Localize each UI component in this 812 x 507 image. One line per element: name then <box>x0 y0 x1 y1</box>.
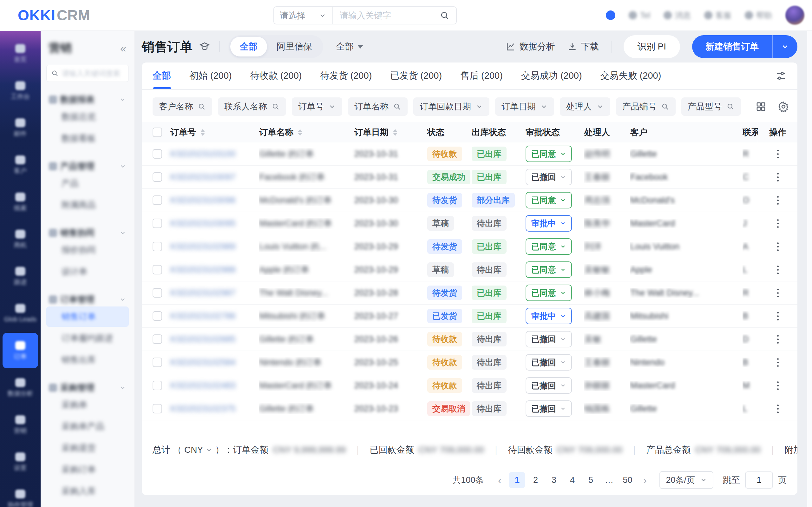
data-analysis-button[interactable]: 数据分析 <box>506 41 555 53</box>
order-number-link[interactable]: KSD2023102584 <box>170 357 236 368</box>
topbar-utility-item[interactable]: Tel <box>629 10 650 21</box>
sidebar-menu-section[interactable]: 数据报表 <box>46 94 129 105</box>
row-checkbox[interactable] <box>152 172 162 182</box>
approval-status-dropdown[interactable]: 审批中 <box>525 215 572 232</box>
rail-nav-item[interactable]: 数据分析 <box>3 370 38 405</box>
filter-chip[interactable]: 订单号 <box>292 97 342 116</box>
approval-status-dropdown[interactable]: 已同意 <box>525 192 572 209</box>
row-actions-menu[interactable] <box>777 335 779 344</box>
order-number-link[interactable]: KSD2023103097 <box>170 172 236 182</box>
row-checkbox[interactable] <box>152 288 162 298</box>
sidebar-menu-item[interactable]: 报价协同 <box>46 240 129 260</box>
next-page-button[interactable]: › <box>638 472 652 488</box>
approval-status-dropdown[interactable]: 已撤回 <box>525 400 572 417</box>
row-checkbox[interactable] <box>152 195 162 205</box>
table-row[interactable]: KSD2023102786 Mitsubishi 的订单 2023-10-27 … <box>142 304 797 328</box>
order-number-link[interactable]: KSD2023102375 <box>170 404 236 414</box>
approval-status-dropdown[interactable]: 已同意 <box>525 238 572 255</box>
approval-status-dropdown[interactable]: 审批中 <box>525 308 572 324</box>
row-actions-menu[interactable] <box>777 266 779 274</box>
rail-nav-item[interactable]: 设置 <box>3 444 38 480</box>
grid-view-icon[interactable] <box>756 101 766 112</box>
status-tab[interactable]: 已发货 (200) <box>390 62 442 89</box>
status-tab[interactable]: 全部 <box>152 62 171 89</box>
approval-status-dropdown[interactable]: 已同意 <box>525 262 572 278</box>
row-checkbox[interactable] <box>152 334 162 344</box>
user-avatar[interactable] <box>785 6 804 25</box>
order-number-link[interactable]: KSD2023102988 <box>170 265 236 275</box>
status-tab[interactable]: 初始 (200) <box>189 62 232 89</box>
approval-status-dropdown[interactable]: 已撤回 <box>525 377 572 394</box>
topbar-utility-item[interactable]: 消息 <box>664 10 691 21</box>
row-checkbox[interactable] <box>152 242 162 251</box>
row-checkbox[interactable] <box>152 149 162 159</box>
filter-chip[interactable]: 订单日期 <box>495 97 554 116</box>
rail-nav-item[interactable]: 营销 <box>3 407 38 443</box>
table-row[interactable]: KSD2023103095 MasterCard 的订单 2023-10-30 … <box>142 212 797 235</box>
row-checkbox[interactable] <box>152 219 162 228</box>
recognize-pi-button[interactable]: 识别 PI <box>624 35 680 58</box>
table-row[interactable]: KSD2023102584 Nintendo 的订单 2023-10-25 待收… <box>142 351 797 374</box>
sidebar-search-input[interactable]: 请输入关键词搜索 <box>46 65 129 82</box>
order-number-link[interactable]: KSD2023102989 <box>170 242 236 251</box>
tune-columns-icon[interactable] <box>775 70 787 81</box>
page-number-button[interactable]: 5 <box>583 472 599 488</box>
filter-chip[interactable]: 订单回款日期 <box>413 97 489 116</box>
app-logo[interactable]: OKKI CRM <box>18 7 90 24</box>
sidebar-menu-item[interactable]: 附属商品 <box>46 195 129 215</box>
order-number-link[interactable]: KSD2023102987 <box>170 288 236 298</box>
column-order-number[interactable]: 订单号 <box>170 127 259 138</box>
row-actions-menu[interactable] <box>777 312 779 321</box>
row-actions-menu[interactable] <box>777 196 779 205</box>
filter-chip[interactable]: 订单名称 <box>348 97 408 116</box>
approval-status-dropdown[interactable]: 已撤回 <box>525 354 572 371</box>
rail-nav-item[interactable]: 商机 <box>3 221 38 257</box>
approval-status-dropdown[interactable]: 已撤回 <box>525 331 572 347</box>
sidebar-menu-item[interactable]: 数据总览 <box>46 107 129 127</box>
rail-nav-item[interactable]: 订单 <box>3 333 38 369</box>
sidebar-menu-section[interactable]: 采购管理 <box>46 382 129 393</box>
filter-chip[interactable]: 客户名称 <box>152 97 212 116</box>
rail-nav-item[interactable]: 跟进 <box>3 259 38 294</box>
topbar-utility-item[interactable]: 客服 <box>704 10 732 21</box>
sidebar-menu-item[interactable]: 产品 <box>46 173 129 193</box>
sidebar-menu-item[interactable]: 销售出库 <box>46 350 129 370</box>
sidebar-menu-item[interactable]: 数据看板 <box>46 128 129 149</box>
sidebar-menu-item[interactable]: 设计单 <box>46 262 129 282</box>
sidebar-menu-item[interactable]: 采购订单 <box>46 459 129 480</box>
row-actions-menu[interactable] <box>777 242 779 251</box>
row-actions-menu[interactable] <box>777 150 779 158</box>
page-number-button[interactable]: 3 <box>546 472 562 488</box>
filter-chip[interactable]: 联系人名称 <box>218 97 286 116</box>
row-actions-menu[interactable] <box>777 289 779 297</box>
rail-nav-item[interactable]: 线索 <box>3 184 38 220</box>
sidebar-menu-section[interactable]: 订单管理 <box>46 294 129 305</box>
row-actions-menu[interactable] <box>777 404 779 413</box>
table-row[interactable]: KSD2023102988 Apple 的订单 2023-10-29 草稿 待出… <box>142 258 797 281</box>
page-number-button[interactable]: 2 <box>527 472 543 488</box>
order-number-link[interactable]: KSD2023103100 <box>170 149 236 159</box>
row-actions-menu[interactable] <box>777 219 779 228</box>
page-number-button[interactable]: … <box>601 472 617 488</box>
rail-nav-item[interactable]: 首页 <box>3 36 38 71</box>
sort-icon[interactable] <box>393 129 397 136</box>
row-actions-menu[interactable] <box>777 173 779 181</box>
table-row[interactable]: KSD2023102483 MasterCard 的订单 2023-10-24 … <box>142 374 797 397</box>
row-checkbox[interactable] <box>152 311 162 321</box>
column-order-date[interactable]: 订单日期 <box>354 127 427 138</box>
create-order-dropdown[interactable] <box>773 35 797 58</box>
scope-dropdown[interactable]: 全部 <box>336 41 363 53</box>
filter-chip[interactable]: 处理人 <box>560 97 610 116</box>
download-button[interactable]: 下载 <box>567 41 599 53</box>
select-all-checkbox[interactable] <box>152 127 162 137</box>
status-tab[interactable]: 售后 (200) <box>460 62 503 89</box>
status-tab[interactable]: 交易成功 (200) <box>521 62 582 89</box>
row-actions-menu[interactable] <box>777 381 779 390</box>
row-checkbox[interactable] <box>152 404 162 413</box>
window-scrollbar[interactable] <box>807 31 812 507</box>
approval-status-dropdown[interactable]: 已撤回 <box>525 169 572 185</box>
table-row[interactable]: KSD2023102685 Gillette 的订单 2023-10-26 待收… <box>142 328 797 351</box>
approval-status-dropdown[interactable]: 已同意 <box>525 285 572 301</box>
row-checkbox[interactable] <box>152 265 162 274</box>
filter-chip[interactable]: 产品编号 <box>616 97 676 116</box>
